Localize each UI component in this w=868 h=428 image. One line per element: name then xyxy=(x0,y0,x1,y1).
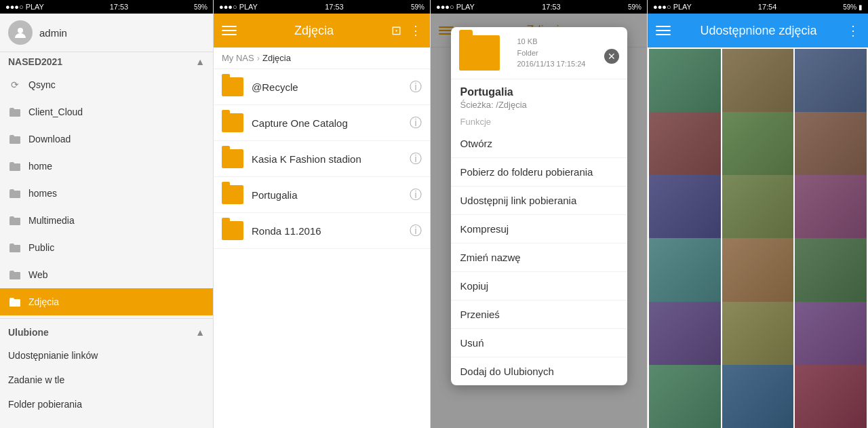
photo-cell[interactable] xyxy=(649,365,721,428)
context-status-time: 17:53 xyxy=(542,3,561,11)
sidebar-item-web[interactable]: Web xyxy=(0,261,213,288)
svg-rect-1 xyxy=(9,109,20,117)
context-path-label: Ścieżka: xyxy=(460,100,494,110)
folder-icon xyxy=(8,214,22,227)
info-icon[interactable]: ⓘ xyxy=(410,115,422,131)
svg-rect-8 xyxy=(9,299,20,307)
photos-header-title: Udostępnione zdjęcia xyxy=(671,24,846,38)
files-status-left: ●●●○ PLAY xyxy=(219,3,258,11)
svg-point-0 xyxy=(18,28,23,33)
sidebar-item-homes[interactable]: homes xyxy=(0,180,213,207)
sidebar-item-home[interactable]: home xyxy=(0,153,213,180)
sidebar-fav-download[interactable]: Folder pobierania xyxy=(0,392,213,416)
context-menu-copy[interactable]: Kopiuj xyxy=(451,272,627,300)
photo-cell[interactable] xyxy=(722,302,794,374)
files-header-title: Zdjęcia xyxy=(237,24,391,38)
info-icon[interactable]: ⓘ xyxy=(410,79,422,95)
context-menu-compress[interactable]: Kompresuj xyxy=(451,215,627,244)
context-file-size: 10 KB xyxy=(517,36,586,47)
photo-cell[interactable] xyxy=(722,238,794,310)
sidebar-item-label: Web xyxy=(28,269,48,280)
photos-status-time: 17:54 xyxy=(758,3,777,11)
sidebar-item-multimedia[interactable]: Multimedia xyxy=(0,207,213,234)
sidebar-fav-label: Zadanie w tle xyxy=(8,374,64,385)
context-file-date: 2016/11/13 17:15:24 xyxy=(517,58,586,70)
photo-cell[interactable] xyxy=(722,112,794,184)
folder-icon xyxy=(8,187,22,200)
context-menu-share-link[interactable]: Udostępnij link pobierania xyxy=(451,187,627,215)
chevron-up-icon[interactable]: ▲ xyxy=(195,327,205,338)
favorites-header: Ulubione ▲ xyxy=(0,322,213,343)
cast-icon[interactable]: ⊡ xyxy=(391,23,401,38)
photo-cell[interactable] xyxy=(649,49,721,121)
file-item-kasia[interactable]: Kasia K Fashion stadion ⓘ xyxy=(214,141,430,177)
photo-cell[interactable] xyxy=(722,365,794,428)
sidebar-item-label: home xyxy=(28,161,52,172)
context-folder-path: Ścieżka: /Zdjęcia xyxy=(460,100,618,110)
files-panel: ●●●○ PLAY 17:53 59% Zdjęcia ⊡ ⋮ My NAS ›… xyxy=(214,0,431,428)
files-status-right: 59% xyxy=(411,3,425,11)
photo-cell[interactable] xyxy=(795,365,867,428)
folder-icon xyxy=(8,105,22,119)
folder-icon xyxy=(8,159,22,173)
photo-cell[interactable] xyxy=(795,238,867,310)
photo-cell[interactable] xyxy=(722,49,794,121)
svg-rect-7 xyxy=(9,272,20,279)
photos-more-icon[interactable]: ⋮ xyxy=(846,22,860,39)
sidebar-item-label: Client_Cloud xyxy=(28,106,83,117)
sidebar-item-qsync[interactable]: ⟳ Qsync xyxy=(0,71,213,98)
photo-cell[interactable] xyxy=(722,175,794,247)
sidebar-section-header: NASED2021 ▲ xyxy=(0,52,213,71)
sidebar-fav-background[interactable]: Zadanie w tle xyxy=(0,368,213,392)
photos-status-left: ●●●○ PLAY xyxy=(653,3,692,11)
sidebar-item-download[interactable]: Download xyxy=(0,125,213,153)
breadcrumb-root[interactable]: My NAS xyxy=(222,53,254,63)
photo-cell[interactable] xyxy=(795,175,867,247)
info-icon[interactable]: ⓘ xyxy=(410,187,422,203)
context-menu-download-to[interactable]: Pobierz do folderu pobierania xyxy=(451,158,627,187)
menu-button[interactable] xyxy=(222,26,237,35)
breadcrumb: My NAS › Zdjęcia xyxy=(214,47,430,69)
file-item-capture-one[interactable]: Capture One Catalog ⓘ xyxy=(214,105,430,141)
svg-rect-2 xyxy=(9,136,20,144)
more-icon[interactable]: ⋮ xyxy=(410,23,422,38)
sidebar-item-label: Qsync xyxy=(28,79,56,90)
chevron-up-icon[interactable]: ▲ xyxy=(195,56,205,67)
sidebar-item-label: Download xyxy=(28,134,71,144)
context-path-value: /Zdjęcia xyxy=(496,100,527,110)
sidebar-username: admin xyxy=(39,27,67,39)
info-icon[interactable]: ⓘ xyxy=(410,151,422,167)
context-menu-add-favorites[interactable]: Dodaj do Ulubionych xyxy=(451,357,627,385)
photos-menu-button[interactable] xyxy=(656,26,671,35)
file-item-ronda[interactable]: Ronda 11.2016 ⓘ xyxy=(214,213,430,249)
photo-cell[interactable] xyxy=(795,112,867,184)
sidebar-fav-sharing[interactable]: Udostępnianie linków xyxy=(0,343,213,368)
sidebar-item-client-cloud[interactable]: Client_Cloud xyxy=(0,98,213,125)
context-card: 10 KB Folder 2016/11/13 17:15:24 Portuga… xyxy=(451,27,627,385)
context-menu-open[interactable]: Otwórz xyxy=(451,130,627,158)
sidebar-header: admin xyxy=(0,14,213,52)
photo-cell[interactable] xyxy=(649,175,721,247)
context-close-button[interactable]: ✕ xyxy=(604,49,619,64)
sidebar-item-label: Multimedia xyxy=(28,215,75,226)
context-folder-icon xyxy=(459,35,500,71)
context-menu-move[interactable]: Przenieś xyxy=(451,300,627,329)
photo-cell[interactable] xyxy=(649,112,721,184)
photo-cell[interactable] xyxy=(649,302,721,374)
sidebar-item-label: homes xyxy=(28,188,57,199)
sidebar-item-label: Zdjęcia xyxy=(28,296,59,307)
folder-icon xyxy=(222,221,243,240)
context-menu-rename[interactable]: Zmień nazwę xyxy=(451,244,627,272)
sidebar-item-zdjecia[interactable]: Zdjęcia xyxy=(0,288,213,315)
file-item-portugalia[interactable]: Portugalia ⓘ xyxy=(214,177,430,213)
context-menu-delete[interactable]: Usuń xyxy=(451,329,627,357)
sidebar-fav-label: Udostępnianie linków xyxy=(8,350,98,361)
sidebar-status-left: ●●●○ PLAY xyxy=(5,3,44,11)
info-icon[interactable]: ⓘ xyxy=(410,222,422,239)
sidebar-item-public[interactable]: Public xyxy=(0,234,213,261)
photo-cell[interactable] xyxy=(795,49,867,121)
photo-cell[interactable] xyxy=(649,238,721,310)
photo-cell[interactable] xyxy=(795,302,867,374)
context-section-label: Funkcje xyxy=(451,111,627,130)
file-item-recycle[interactable]: @Recycle ⓘ xyxy=(214,69,430,105)
